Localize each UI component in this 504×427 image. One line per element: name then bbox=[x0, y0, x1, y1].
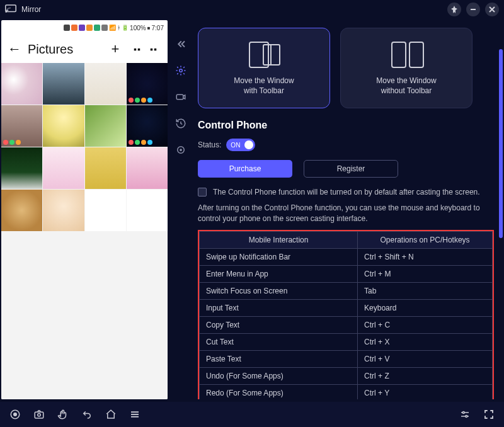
main-area: 📶 ᚼ 🔋 100% ■ 7:07 ← Pictures + ▪▪ ▪▪ bbox=[0, 19, 504, 399]
status-icon bbox=[79, 25, 85, 31]
status-row: Status: ON bbox=[198, 139, 494, 151]
card-label-line1: Move the Window bbox=[234, 76, 294, 85]
window-toolbar-icon bbox=[246, 40, 282, 69]
cell-hotkey: Keyboard bbox=[358, 299, 493, 316]
settings-panel: Move the Window with Toolbar Move the Wi… bbox=[194, 20, 504, 399]
cell-hotkey: Ctrl + Z bbox=[358, 367, 493, 384]
photo-thumb[interactable] bbox=[127, 63, 168, 105]
default-on-row: The Control Phone function will be turne… bbox=[198, 188, 494, 196]
cell-mobile: Input Text bbox=[200, 299, 358, 316]
history-icon[interactable] bbox=[172, 115, 190, 132]
cell-mobile: Enter Menu in App bbox=[200, 265, 358, 282]
separator: ■ bbox=[147, 25, 151, 31]
fullscreen-icon[interactable] bbox=[480, 406, 498, 423]
control-description: After turning on the Control Phone funct… bbox=[198, 203, 494, 225]
cell-hotkey: Ctrl + V bbox=[358, 350, 493, 367]
svg-rect-3 bbox=[176, 94, 183, 100]
menu-nav-icon[interactable] bbox=[126, 406, 144, 423]
table-row: Undo (For Some Apps)Ctrl + Z bbox=[200, 367, 493, 384]
photo-thumb[interactable] bbox=[43, 147, 84, 189]
toggle-on-text: ON bbox=[231, 142, 240, 149]
register-button[interactable]: Register bbox=[304, 160, 398, 178]
add-icon[interactable]: + bbox=[107, 41, 123, 57]
svg-rect-1 bbox=[471, 9, 476, 10]
card-move-with-toolbar[interactable]: Move the Window with Toolbar bbox=[198, 28, 330, 108]
table-row: Enter Menu in AppCtrl + M bbox=[200, 265, 493, 282]
cell-hotkey: Ctrl + Y bbox=[358, 384, 493, 399]
status-toggle[interactable]: ON bbox=[226, 139, 255, 151]
cell-mobile: Paste Text bbox=[200, 350, 358, 367]
cell-mobile: Redo (For Some Apps) bbox=[200, 384, 358, 399]
photo-thumb[interactable] bbox=[85, 147, 126, 189]
pin-button[interactable] bbox=[447, 3, 461, 16]
collapse-icon[interactable] bbox=[172, 35, 190, 53]
cell-mobile: Switch Focus on Screen bbox=[200, 282, 358, 299]
phone-status-bar: 📶 ᚼ 🔋 100% ■ 7:07 bbox=[1, 20, 168, 35]
photo-thumb[interactable] bbox=[43, 63, 84, 105]
photo-thumb[interactable] bbox=[127, 190, 168, 231]
photo-thumb[interactable] bbox=[1, 190, 42, 231]
grid-view-icon[interactable]: ▪▪ bbox=[130, 44, 145, 54]
photo-thumb[interactable] bbox=[85, 190, 126, 231]
table-row: Swipe up Notification BarCtrl + Shift + … bbox=[200, 248, 493, 265]
table-row: Switch Focus on ScreenTab bbox=[200, 282, 493, 299]
photo-thumb[interactable] bbox=[43, 190, 84, 231]
adjust-icon[interactable] bbox=[456, 406, 474, 423]
window-no-toolbar-icon bbox=[388, 40, 425, 69]
bottom-toolbar bbox=[0, 402, 504, 427]
table-row: Copy TextCtrl + C bbox=[200, 316, 493, 333]
card-label-line2: without Toolbar bbox=[381, 86, 432, 95]
cell-mobile: Undo (For Some Apps) bbox=[200, 367, 358, 384]
photo-thumb[interactable] bbox=[1, 105, 42, 147]
cell-mobile: Cut Text bbox=[200, 333, 358, 350]
close-button[interactable] bbox=[485, 3, 499, 16]
target-icon[interactable] bbox=[172, 141, 190, 159]
photo-gallery[interactable] bbox=[1, 63, 168, 399]
photo-thumb[interactable] bbox=[85, 63, 126, 105]
section-title: Control Phone bbox=[198, 120, 494, 131]
cell-hotkey: Ctrl + X bbox=[358, 333, 493, 350]
cell-hotkey: Ctrl + Shift + N bbox=[358, 248, 493, 265]
back-arrow-icon[interactable]: ← bbox=[8, 41, 21, 57]
photo-thumb[interactable] bbox=[1, 147, 42, 189]
photo-thumb[interactable] bbox=[1, 63, 42, 105]
svg-point-2 bbox=[180, 69, 183, 72]
cell-hotkey: Ctrl + C bbox=[358, 316, 493, 333]
home-nav-icon[interactable] bbox=[102, 406, 120, 423]
vertical-scrollbar[interactable] bbox=[499, 26, 503, 393]
svg-rect-6 bbox=[249, 42, 268, 67]
table-row: Input TextKeyboard bbox=[200, 299, 493, 316]
table-header-row: Mobile Interaction Operations on PC/Hotk… bbox=[200, 231, 493, 248]
record-icon[interactable] bbox=[6, 406, 24, 423]
battery-icon: 🔋 bbox=[122, 25, 129, 31]
purchase-button[interactable]: Purchase bbox=[198, 160, 292, 178]
bluetooth-icon: ᚼ bbox=[117, 25, 120, 31]
back-nav-icon[interactable] bbox=[78, 406, 96, 423]
status-icon bbox=[64, 25, 70, 31]
settings-icon[interactable] bbox=[172, 62, 190, 79]
status-label: Status: bbox=[198, 140, 221, 149]
card-move-without-toolbar[interactable]: Move the Window without Toolbar bbox=[340, 28, 472, 108]
screenshot-icon[interactable] bbox=[30, 406, 48, 423]
table-row: Redo (For Some Apps)Ctrl + Y bbox=[200, 384, 493, 399]
side-toolstrip bbox=[168, 20, 194, 399]
minimize-button[interactable] bbox=[466, 3, 480, 16]
hotkey-table-wrap: Mobile Interaction Operations on PC/Hotk… bbox=[198, 230, 494, 399]
cell-mobile: Swipe up Notification Bar bbox=[200, 248, 358, 265]
photo-thumb[interactable] bbox=[127, 105, 168, 147]
status-icon bbox=[101, 25, 108, 31]
app-title: Mirror bbox=[21, 5, 41, 14]
camera-icon[interactable] bbox=[172, 88, 190, 106]
card-label-line1: Move the Window bbox=[376, 76, 436, 85]
svg-point-20 bbox=[462, 412, 464, 414]
status-icon bbox=[71, 25, 77, 31]
photo-thumb[interactable] bbox=[43, 105, 84, 147]
grid-view-icon-b[interactable]: ▪▪ bbox=[146, 44, 161, 54]
scrollbar-thumb[interactable] bbox=[499, 49, 503, 238]
svg-point-21 bbox=[466, 416, 467, 418]
photo-thumb[interactable] bbox=[85, 105, 126, 147]
photo-thumb[interactable] bbox=[127, 147, 168, 189]
status-icon bbox=[94, 25, 100, 31]
default-on-checkbox[interactable] bbox=[198, 188, 207, 196]
touch-icon[interactable] bbox=[54, 406, 72, 423]
